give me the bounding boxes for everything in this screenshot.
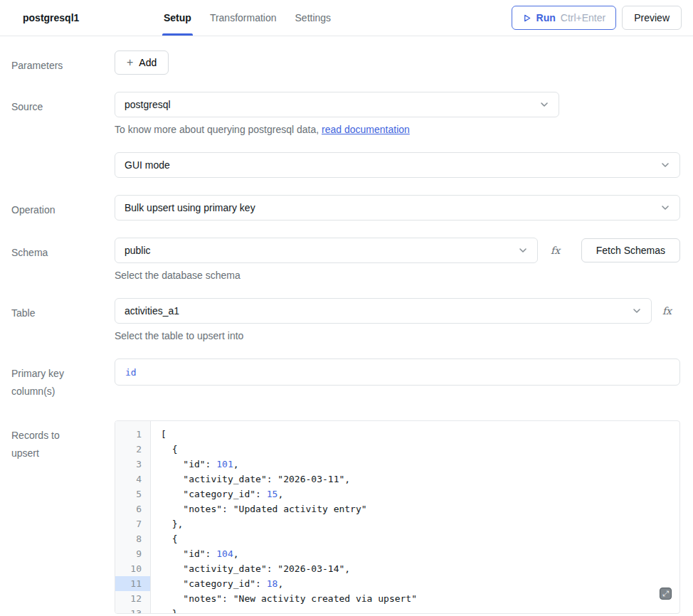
tab-transformation[interactable]: Transformation <box>210 0 277 36</box>
parameters-row: Parameters + Add <box>11 51 680 75</box>
schema-select-value: public <box>125 245 151 256</box>
line-number: 13 <box>115 606 150 614</box>
code-line: "activity_date": "2026-03-11", <box>161 472 679 487</box>
preview-button[interactable]: Preview <box>622 6 682 30</box>
query-header: postgresql1 SetupTransformationSettings … <box>0 0 693 36</box>
schema-select[interactable]: public <box>115 238 538 263</box>
add-parameter-button[interactable]: + Add <box>115 51 169 75</box>
line-number: 10 <box>115 561 150 576</box>
operation-label: Operation <box>11 195 115 221</box>
mode-select[interactable]: GUI mode <box>115 152 680 178</box>
chevron-down-icon <box>632 306 642 316</box>
schema-row: Schema public fx Fetch Schemas Select th… <box>11 238 680 281</box>
code-line: } <box>161 606 679 613</box>
code-line: { <box>161 531 679 546</box>
chevron-down-icon <box>660 160 670 170</box>
code-line: }, <box>161 516 679 531</box>
run-shortcut: Ctrl+Enter <box>561 12 605 23</box>
source-row: Source postgresql To know more about que… <box>11 92 680 178</box>
setup-panel: Parameters + Add Source postgresql To kn… <box>0 36 693 614</box>
table-row: Table activities_a1 fx Select the table … <box>11 298 680 341</box>
code-line: { <box>161 442 679 457</box>
table-label: Table <box>11 298 115 341</box>
operation-select[interactable]: Bulk upsert using primary key <box>115 195 680 221</box>
line-number: 11 <box>115 576 150 591</box>
line-number: 1 <box>115 427 150 442</box>
table-help: Select the table to upsert into <box>115 330 680 341</box>
expand-icon: ⤢ <box>662 589 669 598</box>
records-editor[interactable]: 12345678910111213 [ { "id": 101, "activi… <box>115 420 680 614</box>
source-help-text: To know more about querying postgresql d… <box>115 124 322 135</box>
run-button[interactable]: Run Ctrl+Enter <box>512 6 617 30</box>
play-icon <box>522 14 531 23</box>
code-line: "id": 104, <box>161 546 679 561</box>
primary-key-label: Primary key column(s) <box>11 359 115 400</box>
chevron-down-icon <box>518 245 528 255</box>
header-actions: Run Ctrl+Enter Preview <box>512 6 682 30</box>
fx-toggle[interactable]: fx <box>654 305 680 317</box>
code-line: "category_id": 15, <box>161 487 679 501</box>
line-number: 4 <box>115 472 150 487</box>
line-number: 2 <box>115 442 150 457</box>
editor-gutter: 12345678910111213 <box>115 421 151 613</box>
schema-label: Schema <box>11 238 115 281</box>
code-line: "category_id": 18, <box>161 576 679 591</box>
add-parameter-label: Add <box>139 57 157 68</box>
table-select[interactable]: activities_a1 <box>115 298 652 324</box>
operation-select-value: Bulk upsert using primary key <box>125 202 255 213</box>
code-line: "notes": "New activity created via upser… <box>161 591 679 606</box>
line-number: 5 <box>115 487 150 501</box>
tab-bar: SetupTransformationSettings <box>164 0 331 36</box>
chevron-down-icon <box>660 203 670 213</box>
source-select[interactable]: postgresql <box>115 92 559 117</box>
code-line: "id": 101, <box>161 457 679 472</box>
code-line: "notes": "Updated activity entry" <box>161 501 679 516</box>
mode-select-value: GUI mode <box>125 159 170 171</box>
line-number: 7 <box>115 516 150 531</box>
records-label: Records to upsert <box>11 420 115 614</box>
plus-icon: + <box>127 57 133 68</box>
fx-toggle[interactable]: fx <box>542 245 568 256</box>
read-documentation-link[interactable]: read documentation <box>322 124 410 135</box>
schema-help: Select the database schema <box>115 270 680 281</box>
chevron-down-icon <box>539 100 549 110</box>
source-help: To know more about querying postgresql d… <box>115 124 680 135</box>
tab-setup[interactable]: Setup <box>164 0 191 36</box>
parameters-label: Parameters <box>11 51 115 75</box>
table-select-value: activities_a1 <box>125 305 179 317</box>
line-number: 12 <box>115 591 150 606</box>
line-number: 6 <box>115 501 150 516</box>
run-button-label: Run <box>536 12 556 23</box>
editor-code[interactable]: [ { "id": 101, "activity_date": "2026-03… <box>151 421 679 613</box>
fetch-schemas-button[interactable]: Fetch Schemas <box>581 238 680 262</box>
tab-settings[interactable]: Settings <box>295 0 332 36</box>
expand-editor-button[interactable]: ⤢ <box>660 588 672 600</box>
code-line: "activity_date": "2026-03-14", <box>161 561 679 576</box>
query-title: postgresql1 <box>11 12 152 23</box>
line-number: 8 <box>115 531 150 546</box>
source-select-value: postgresql <box>125 99 171 110</box>
primary-key-row: Primary key column(s) id <box>11 359 680 400</box>
records-row: Records to upsert 12345678910111213 [ { … <box>11 420 680 614</box>
operation-row: Operation Bulk upsert using primary key <box>11 195 680 221</box>
code-line: [ <box>161 427 679 442</box>
line-number: 3 <box>115 457 150 472</box>
line-number: 9 <box>115 546 150 561</box>
source-label: Source <box>11 92 115 178</box>
primary-key-input[interactable]: id <box>115 359 680 386</box>
